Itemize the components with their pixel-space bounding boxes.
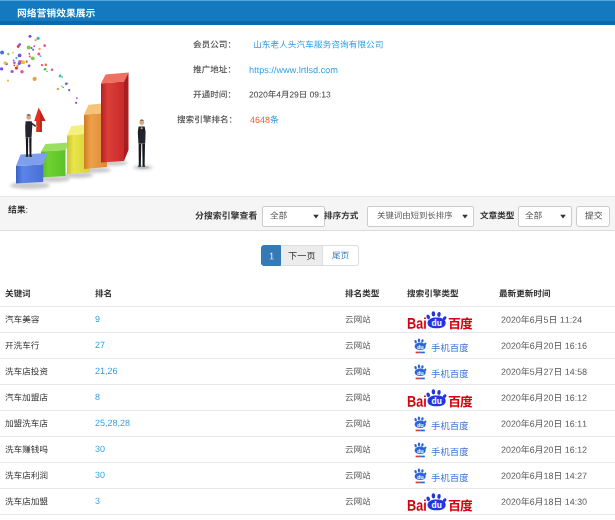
svg-text:du: du xyxy=(417,474,424,480)
svg-text:du: du xyxy=(432,397,442,407)
svg-text:du: du xyxy=(417,344,424,350)
svg-text:du: du xyxy=(432,319,442,329)
svg-text:du: du xyxy=(417,370,424,376)
svg-text:du: du xyxy=(417,422,424,428)
svg-text:du: du xyxy=(417,448,424,454)
svg-text:du: du xyxy=(432,501,442,511)
